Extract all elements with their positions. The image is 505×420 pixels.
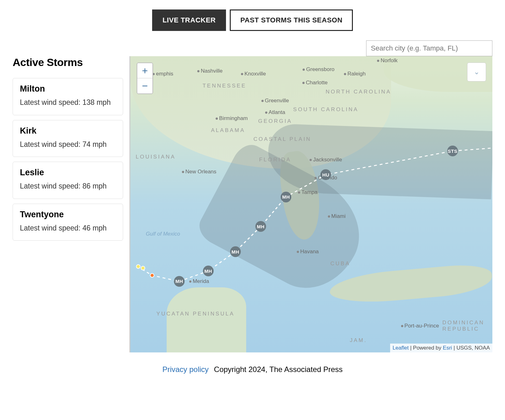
city-label: Birmingham <box>216 115 248 122</box>
layers-toggle[interactable]: ⌄ <box>467 63 486 81</box>
zoom-out-button[interactable]: − <box>137 78 152 93</box>
storm-marker[interactable]: MH <box>255 221 266 232</box>
region-label: SOUTH CAROLINA <box>293 106 359 113</box>
map-land <box>167 287 246 352</box>
city-label: emphis <box>152 71 173 77</box>
storm-marker[interactable]: MH <box>203 266 214 276</box>
city-label: Tampa <box>298 189 318 195</box>
region-label: DOMINICAN REPUBLIC <box>443 320 484 332</box>
storm-card[interactable]: Leslie Latest wind speed: 86 mph <box>13 162 123 199</box>
city-label: Jacksonville <box>310 157 342 163</box>
search-input[interactable] <box>366 40 492 56</box>
region-label: LOUISIANA <box>136 154 176 160</box>
sidebar-title: Active Storms <box>13 56 123 69</box>
city-label: Merida <box>189 278 209 285</box>
city-label: Nashville <box>197 68 223 74</box>
leaflet-link[interactable]: Leaflet <box>393 345 409 351</box>
city-label: Port-au-Prince <box>401 323 439 329</box>
copyright-text: Copyright 2024, The Associated Press <box>214 365 343 374</box>
city-label: Greensboro <box>303 66 335 73</box>
storm-wind: Latest wind speed: 86 mph <box>20 181 116 192</box>
region-label: ALABAMA <box>211 127 245 134</box>
storm-point[interactable] <box>141 266 145 270</box>
city-label: Atlanta <box>265 109 285 116</box>
storm-point[interactable] <box>136 264 140 269</box>
active-storms-sidebar: Active Storms Milton Latest wind speed: … <box>13 56 123 245</box>
storm-name: Milton <box>20 84 116 94</box>
chevron-down-icon: ⌄ <box>474 68 479 76</box>
city-label: New Orleans <box>182 169 216 175</box>
region-label: FLORIDA <box>259 157 291 163</box>
region-label: GEORGIA <box>258 118 292 124</box>
storm-wind: Latest wind speed: 46 mph <box>20 223 116 234</box>
tab-past-storms[interactable]: PAST STORMS THIS SEASON <box>230 9 353 31</box>
region-label: COASTAL PLAIN <box>253 136 311 142</box>
storm-wind: Latest wind speed: 74 mph <box>20 139 116 150</box>
city-label: Miami <box>328 213 346 219</box>
storm-marker[interactable]: MH <box>174 276 185 287</box>
map-land <box>329 262 492 306</box>
storm-wind: Latest wind speed: 138 mph <box>20 97 116 108</box>
region-label: JAM. <box>350 337 367 344</box>
storm-name: Kirk <box>20 126 116 136</box>
storm-card[interactable]: Kirk Latest wind speed: 74 mph <box>13 120 123 157</box>
storm-point[interactable] <box>150 273 154 278</box>
footer: Privacy policy Copyright 2024, The Assoc… <box>13 365 492 374</box>
zoom-in-button[interactable]: + <box>137 63 152 78</box>
storm-card[interactable]: Twentyone Latest wind speed: 46 mph <box>13 204 123 241</box>
city-label: Norfolk <box>377 57 398 64</box>
storm-name: Leslie <box>20 168 116 177</box>
attrib-text: | Powered by <box>409 345 443 351</box>
zoom-control: + − <box>137 63 153 94</box>
storm-marker[interactable]: STS <box>447 146 458 156</box>
storm-map[interactable]: + − ⌄ Leaflet | Powered by Esri | USGS, … <box>129 56 492 352</box>
region-label: NORTH CAROLINA <box>326 89 391 95</box>
storm-card[interactable]: Milton Latest wind speed: 138 mph <box>13 78 123 115</box>
city-label: Raleigh <box>344 71 366 77</box>
privacy-link[interactable]: Privacy policy <box>162 365 209 374</box>
storm-marker[interactable]: MH <box>281 192 291 202</box>
map-attribution: Leaflet | Powered by Esri | USGS, NOAA <box>390 344 492 352</box>
city-label: Charlotte <box>302 80 328 86</box>
storm-marker[interactable]: MH <box>230 246 241 257</box>
tab-live-tracker[interactable]: LIVE TRACKER <box>152 9 226 31</box>
storm-name: Twentyone <box>20 210 116 219</box>
attrib-text: | USGS, NOAA <box>452 345 490 351</box>
city-label: Greenville <box>261 98 289 104</box>
esri-link[interactable]: Esri <box>443 345 452 351</box>
city-label: Havana <box>297 249 319 255</box>
water-label: Gulf of Mexico <box>146 231 180 237</box>
region-label: CUBA <box>330 261 350 267</box>
region-label: TENNESSEE <box>203 83 247 89</box>
city-label: Knoxville <box>241 71 266 77</box>
tab-bar: LIVE TRACKER PAST STORMS THIS SEASON <box>13 9 492 31</box>
region-label: YUCATAN PENINSULA <box>157 311 235 317</box>
storm-marker[interactable]: HU <box>320 169 331 180</box>
